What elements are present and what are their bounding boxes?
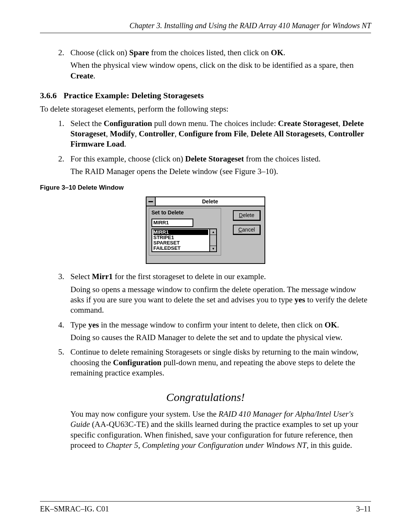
text: from the choices listed. — [244, 154, 320, 163]
bold: Modify — [110, 129, 135, 138]
list-item[interactable]: FAILEDSET — [153, 246, 208, 251]
footer-page-number: 3–11 — [356, 504, 371, 514]
list-marker: 2. — [58, 154, 64, 164]
step-3: 3. Select Mirr1 for the first storageset… — [40, 272, 371, 315]
section-intro: To delete storageset elements, perform t… — [40, 104, 371, 114]
text: , — [324, 129, 328, 138]
section-heading: 3.6.6Practice Example: Deleting Storages… — [40, 90, 371, 101]
list-items[interactable]: MIRR1 STRIPE1 SPARESET FAILEDSET — [152, 229, 209, 251]
text: pull down menu. The choices include: — [152, 119, 278, 128]
text: , — [338, 119, 342, 128]
bold: Configuration — [104, 119, 152, 128]
scroll-up-icon[interactable]: ▴ — [210, 229, 216, 235]
outro-paragraph: You may now configure your system. Use t… — [70, 409, 371, 451]
document-page: Chapter 3. Installing and Using the RAID… — [0, 0, 411, 532]
group-label: Set to Delete — [151, 209, 218, 216]
steps-list-cont: 3. Select Mirr1 for the first storageset… — [40, 272, 371, 378]
text: You may now configure your system. Use t… — [70, 409, 218, 419]
scrollbar[interactable]: ▴ ▾ — [209, 229, 216, 251]
window-body: Set to Delete MIRR1 MIRR1 STRIPE1 SPARES… — [147, 206, 264, 263]
bold: Delete All Storagesets — [251, 129, 325, 138]
list-marker: 1. — [58, 118, 64, 129]
system-menu-icon[interactable] — [147, 197, 156, 206]
titlebar: Delete — [147, 197, 264, 206]
text: . — [124, 139, 126, 149]
section-number: 3.6.6 — [40, 91, 57, 100]
text: , — [106, 129, 110, 138]
page-footer: EK–SMRAC–IG. C01 3–11 — [40, 504, 371, 514]
text: , — [135, 129, 139, 138]
text: ancel — [242, 227, 255, 233]
cancel-button[interactable]: Cancel — [233, 225, 261, 235]
text: elete — [243, 212, 254, 218]
header-rule — [40, 33, 371, 33]
bold: Controller — [139, 129, 175, 138]
congratulations-heading: Congratulations! — [40, 390, 371, 404]
text: for the first storageset to delete in ou… — [113, 272, 266, 281]
bold: Mirr1 — [92, 272, 113, 281]
bold: yes — [88, 320, 99, 329]
text: For this example, choose (click on) — [70, 154, 185, 163]
step-2: 2. For this example, choose (click on) D… — [40, 154, 371, 177]
bold: Create — [70, 71, 93, 80]
text: . — [93, 71, 95, 80]
bold: OK — [325, 320, 337, 329]
underline: D — [239, 212, 243, 218]
bold: OK — [271, 48, 284, 57]
list-marker: 5. — [58, 347, 64, 357]
footer-rule — [40, 501, 371, 502]
step-4: 4. Type yes in the message window to con… — [40, 320, 371, 343]
text: . — [284, 48, 285, 57]
text: in the message window to confirm your in… — [99, 320, 325, 329]
dialog-buttons: Delete Cancel — [233, 210, 261, 235]
text: from the choices listed, then click on — [149, 48, 271, 57]
bold: Configuration — [113, 358, 161, 367]
text: , in this guide. — [307, 441, 352, 450]
text: , — [247, 129, 251, 138]
text: The RAID Manager opens the Delete window… — [70, 166, 371, 177]
bold: Configure from File — [178, 129, 247, 138]
text: Choose (click on) — [70, 48, 129, 57]
text: Select the — [70, 119, 104, 128]
set-to-delete-group: Set to Delete MIRR1 MIRR1 STRIPE1 SPARES… — [149, 208, 221, 256]
italic: Chapter 5, Completing your Configuration… — [106, 441, 306, 450]
scroll-down-icon[interactable]: ▾ — [210, 246, 216, 251]
pre-steps-list: 2. Choose (click on) Spare from the choi… — [40, 48, 371, 81]
underline: C — [238, 227, 242, 233]
set-listbox[interactable]: MIRR1 STRIPE1 SPARESET FAILEDSET ▴ ▾ — [151, 228, 217, 252]
list-marker: 3. — [58, 272, 64, 282]
text: Select — [70, 272, 92, 281]
footer-doc-id: EK–SMRAC–IG. C01 — [40, 504, 109, 514]
bold: Spare — [129, 48, 149, 57]
bold: yes — [295, 295, 305, 304]
text: When the physical view window opens, cli… — [70, 61, 354, 70]
steps-list: 1. Select the Configuration pull down me… — [40, 118, 371, 177]
list-marker: 2. — [58, 48, 64, 58]
window-title: Delete — [156, 197, 264, 206]
list-marker: 4. — [58, 320, 64, 330]
step-1: 1. Select the Configuration pull down me… — [40, 118, 371, 150]
delete-window: Delete Set to Delete MIRR1 MIRR1 STRIPE1… — [146, 197, 265, 264]
list-item[interactable]: STRIPE1 — [153, 235, 208, 240]
pre-step-2: 2. Choose (click on) Spare from the choi… — [40, 48, 371, 81]
text: . — [337, 320, 339, 329]
selected-set-field[interactable]: MIRR1 — [151, 219, 193, 227]
section-title: Practice Example: Deleting Storagesets — [64, 91, 204, 100]
delete-button[interactable]: Delete — [233, 210, 261, 220]
text: , — [175, 129, 179, 138]
list-item[interactable]: SPARESET — [153, 240, 208, 246]
figure-caption: Figure 3–10 Delete Window — [40, 184, 371, 192]
bold: Create Storageset — [278, 119, 339, 128]
bold: Delete Storageset — [185, 154, 244, 163]
list-item[interactable]: MIRR1 — [153, 230, 208, 235]
text: Type — [70, 320, 88, 329]
step-5: 5. Continue to delete remaining Storages… — [40, 347, 371, 378]
running-header: Chapter 3. Installing and Using the RAID… — [40, 21, 371, 30]
text: Doing so causes the RAID Manager to dele… — [70, 332, 371, 343]
